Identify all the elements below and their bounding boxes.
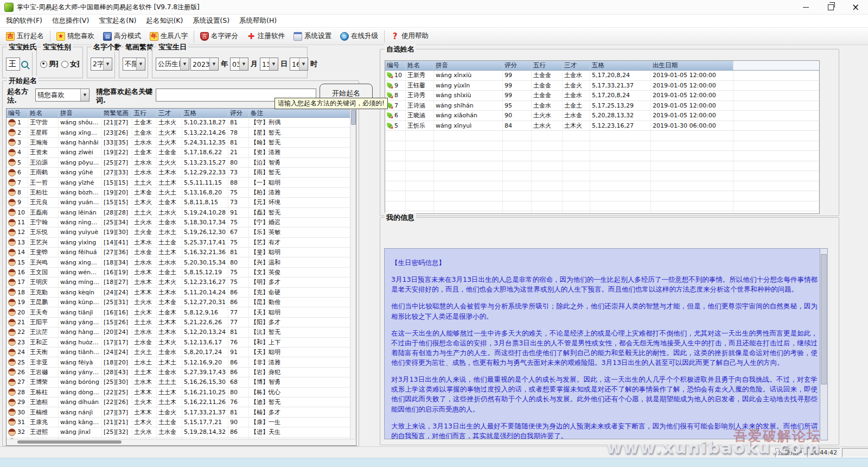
- table-row[interactable]: 24王天衡wáng tiānhéng[24][24]土火土土金水5,8,20,1…: [7, 348, 356, 357]
- restore-button[interactable]: [818, 0, 843, 14]
- column-header[interactable]: 拼音: [59, 109, 102, 117]
- table-row[interactable]: 12王乐悦wáng yuìyuè[19][30]土火金土水土5,19,26,12…: [7, 228, 356, 237]
- table-row[interactable]: [385, 201, 819, 212]
- name-count-select[interactable]: 2字▼: [91, 58, 112, 71]
- results-vertical-scrollbar[interactable]: [350, 109, 356, 439]
- menu-item[interactable]: 信息操作(V): [47, 16, 94, 26]
- column-header[interactable]: 姓名: [28, 109, 59, 117]
- table-row[interactable]: 14王斐铧wáng fěihuá[27][36]土水金土土木5,16,32,21…: [7, 248, 356, 257]
- toolbar-score-button[interactable]: 言名字评分: [196, 29, 242, 43]
- toolbar-upgrade-button[interactable]: ◍在线升级: [336, 29, 382, 43]
- hour-select[interactable]: 16▼: [290, 58, 308, 71]
- table-row[interactable]: [385, 141, 819, 152]
- method-select[interactable]: 猜您喜欢▼: [35, 89, 90, 102]
- table-row[interactable]: 27王博荣wáng bóróng[25][30]土水木土土土5,16,26,15…: [7, 377, 356, 387]
- table-row[interactable]: 11王宁翰wáng nìnghàn[25][34]土火水土金水5,18,30,1…: [7, 218, 356, 228]
- table-row[interactable]: 20王天奇wáng tiānjī[16][16]土火木土金木5,8,12,9,1…: [7, 307, 356, 317]
- surname-search-button[interactable]: [20, 58, 29, 71]
- toolbar-sysconfig-button[interactable]: 系统设置: [289, 29, 336, 43]
- column-header[interactable]: 姓名: [406, 61, 434, 70]
- column-header[interactable]: 五行: [132, 109, 157, 117]
- table-row[interactable]: 4王资未wáng zīwèi[19][22]土金木土金金5,17,18,6,22…: [7, 148, 356, 157]
- table-row[interactable]: 7王一哲wáng yīzhé[15][15]土土火土土木5,5,11,11,15…: [7, 178, 356, 187]
- column-header[interactable]: 编号: [7, 109, 28, 117]
- table-row[interactable]: 31王康兆wáng kāngzhào[21][21]土木火土土金5,15,17,…: [7, 418, 356, 427]
- toolbar-help-button[interactable]: ?使用帮助: [386, 29, 433, 43]
- table-row[interactable]: 25王非亚wáng fēiyà[18][20]土水土土木土5,12,16,9,2…: [7, 357, 356, 367]
- toolbar-bazi-button[interactable]: 年生辰八字: [145, 29, 192, 43]
- menu-item[interactable]: 我的软件(F): [1, 16, 47, 26]
- column-header[interactable]: 编号: [385, 61, 406, 70]
- column-header[interactable]: 备注: [249, 109, 352, 117]
- gender-female-radio[interactable]: 女孩: [61, 59, 79, 69]
- table-row[interactable]: [385, 191, 819, 201]
- column-header[interactable]: 五行: [532, 61, 563, 70]
- table-row[interactable]: [385, 131, 819, 141]
- table-row[interactable]: 17王明庆wáng míngqìng[18][27]土水木土木火5,12,23,…: [7, 277, 356, 287]
- surname-input[interactable]: [6, 58, 20, 71]
- column-header[interactable]: 三才: [563, 61, 590, 70]
- column-header[interactable]: 五格: [590, 61, 651, 70]
- results-hscroll-thumb[interactable]: [17, 440, 122, 444]
- table-row[interactable]: 13王艺兴wáng yìxìng[14][41]土木水土土金5,25,37,17…: [7, 238, 356, 248]
- close-button[interactable]: ×: [843, 0, 868, 14]
- table-row[interactable]: 10王新秀wáng xīnxiù99土金金土金水5,17,20,8,242019…: [385, 71, 819, 81]
- table-row[interactable]: 7王诗涵wáng shīhán95土金水土金土5,17,25,13,292019…: [385, 101, 819, 111]
- minimize-button[interactable]: [793, 0, 818, 14]
- table-row[interactable]: 15王兴鸣wáng xìngmíng[18][34]土水水土水水5,20,30,…: [7, 257, 356, 267]
- toolbar-highscore-button[interactable]: ▤高分模式: [99, 29, 145, 43]
- toolbar-register-button[interactable]: ✚注册软件: [242, 29, 289, 43]
- menu-item[interactable]: 宝宝起名(N): [94, 16, 141, 26]
- table-row[interactable]: 23王和正wáng huòzhēng[17][17]土水金土木火5,12,13,…: [7, 338, 356, 348]
- column-header[interactable]: 评分: [503, 61, 532, 70]
- results-horizontal-scrollbar[interactable]: [7, 439, 355, 445]
- column-header[interactable]: 简繁笔画: [102, 109, 132, 117]
- year-select[interactable]: 2023▼: [190, 58, 219, 71]
- table-row[interactable]: [385, 151, 819, 161]
- table-row[interactable]: 19王昆鹏wáng kūnpéng[25][31]土火水土木金5,12,27,2…: [7, 298, 356, 307]
- table-row[interactable]: 22王沆茫wáng hàngmáng[20][24]土水水土木水5,12,20,…: [7, 327, 356, 337]
- table-row[interactable]: 5王忻乐wáng xīnyuì84土水火土木火5,12,23,16,272019…: [385, 121, 819, 131]
- gender-male-radio[interactable]: 男孩: [40, 59, 58, 69]
- day-select[interactable]: 13▼: [260, 58, 278, 71]
- menu-item[interactable]: 系统帮助(H): [234, 16, 282, 26]
- table-row[interactable]: 32王进熙wáng jìnxī[25][32]土火水土水金5,19,28,14,…: [7, 427, 356, 437]
- table-row[interactable]: 30王楠维wáng nánjì[27][37]土木木土金火5,17,33,21,…: [7, 407, 356, 417]
- table-row[interactable]: 26王岩樾wáng yányuè[28][43]土土木土金水5,27,39,17…: [7, 368, 356, 377]
- table-row[interactable]: 28王栋柱wáng dòngzhù[22][25]土木木土土木5,16,21,1…: [7, 388, 356, 397]
- column-header[interactable]: 五格: [182, 109, 228, 117]
- table-row[interactable]: 2王星晖wáng xīnghuī[23][26]土金水土火木5,13,22,14…: [7, 128, 356, 137]
- table-row[interactable]: 18王克勤wáng kèqín[24][24]土木木土木水5,11,20,14,…: [7, 288, 356, 298]
- table-row[interactable]: [385, 161, 819, 172]
- toolbar-star-button[interactable]: ★猜您喜欢: [52, 29, 99, 43]
- table-row[interactable]: 29王迪桓wáng díhuán[22][26]土火木土土木5,16,22,11…: [7, 397, 356, 407]
- table-row[interactable]: [385, 171, 819, 181]
- results-vscroll-thumb[interactable]: [351, 110, 356, 125]
- column-header[interactable]: 评分: [228, 109, 249, 117]
- table-row[interactable]: 9王元良wáng yuánl...[15][15]土木火土金木5,8,11,8,…: [7, 198, 356, 207]
- table-row[interactable]: 10王磊南wáng lěinán[28][28]土土火土水火5,19,24,10…: [7, 208, 356, 218]
- table-row[interactable]: 21王阳平wáng yángpíng[15][26]土土水土木木5,21,22,…: [7, 318, 356, 327]
- table-row[interactable]: 1王守营wáng shǒuyíng[21][27]土金木土水火5,10,23,1…: [7, 118, 356, 128]
- column-header[interactable]: 出生日期: [651, 61, 733, 70]
- table-row[interactable]: 5王泊源wáng pōyuán[25][27]土水水土火火5,13,23,15,…: [7, 158, 356, 168]
- column-header[interactable]: 拼音: [434, 61, 503, 70]
- menu-item[interactable]: 系统设置(S): [188, 16, 234, 26]
- table-row[interactable]: 8王诗秀wáng shīxiù99土金金土金水5,17,20,8,242019-…: [385, 91, 819, 101]
- table-row[interactable]: 3王瀚海wáng hànhǎi[33][35]土水水土火木5,24,31,12,…: [7, 138, 356, 148]
- calendar-select[interactable]: 公历生日▼: [156, 58, 189, 71]
- table-row[interactable]: 16王文国wáng wénguó[16][19]土水木土金土5,8,15,12,…: [7, 268, 356, 277]
- toolbar-wuxing-button[interactable]: 吉五行起名: [2, 29, 48, 43]
- column-header[interactable]: 三才: [157, 109, 182, 117]
- table-row[interactable]: 6王雨鹤wáng yǔhè[27][33]土水水土木水5,12,29,22,33…: [7, 168, 356, 178]
- info-vscroll-thumb[interactable]: [821, 254, 827, 384]
- info-vertical-scrollbar[interactable]: [820, 248, 828, 440]
- table-row[interactable]: 9王钰馨wáng yùxīn99土金金土金火5,17,33,21,372019-…: [385, 81, 819, 91]
- menu-item[interactable]: 起名知识(K): [141, 16, 188, 26]
- strokes-select[interactable]: 不限▼: [123, 58, 145, 71]
- month-select[interactable]: 03▼: [230, 58, 248, 71]
- table-row[interactable]: 8王柏壮wáng bòzhuàng[19][20]土木金土火土5,13,16,8…: [7, 188, 356, 198]
- table-row[interactable]: [385, 211, 819, 213]
- table-row[interactable]: [385, 181, 819, 192]
- table-row[interactable]: 6王晓涵wáng xiǎohán90土火水土水金5,20,28,13,32201…: [385, 111, 819, 121]
